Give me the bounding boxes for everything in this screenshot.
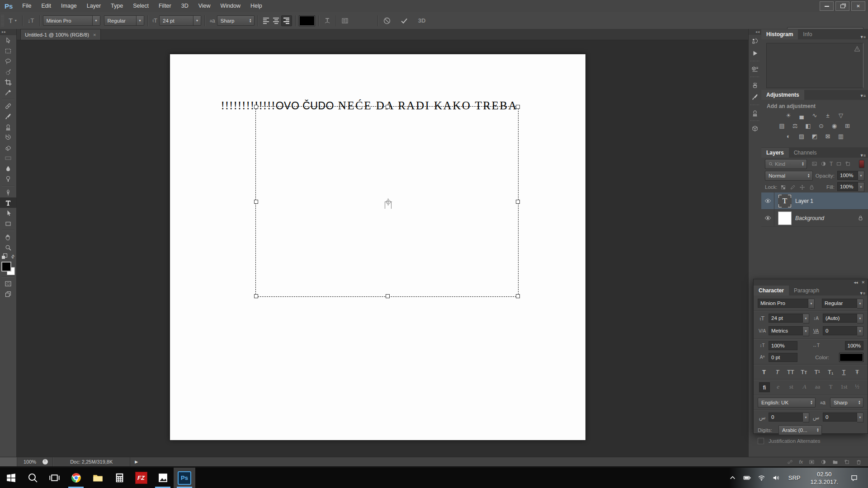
menu-3d[interactable]: 3D — [176, 0, 193, 12]
status-icon[interactable] — [42, 459, 48, 465]
foreground-color-swatch[interactable] — [1, 262, 11, 272]
filezilla[interactable]: FZ — [130, 468, 152, 488]
clock[interactable]: 02.50 12.3.2017. — [807, 470, 842, 486]
lock-all-icon[interactable] — [809, 184, 815, 190]
text-layer-content[interactable]: !!!!!!!!!!!!!OVO ČUDO NEĆE DA RADI KAKO … — [221, 99, 518, 112]
battery-icon[interactable] — [741, 474, 753, 482]
menu-image[interactable]: Image — [56, 0, 82, 12]
filter-smart-objects-icon[interactable] — [845, 161, 851, 167]
text-bounding-box[interactable]: !!!!!!!!!!!!!OVO ČUDO NEĆE DA RADI KAKO … — [255, 106, 519, 297]
strikethrough-button[interactable]: Ŧ — [852, 367, 862, 376]
tab-layers[interactable]: Layers — [761, 148, 789, 158]
opacity-dropdown-icon[interactable]: ▼ — [858, 171, 864, 181]
digits-dropdown[interactable]: Arabic (0...▲▼ — [778, 425, 822, 435]
panel-menu-icon[interactable]: ▼≡ — [860, 92, 868, 98]
menu-help[interactable]: Help — [245, 0, 267, 12]
horizontal-scale-field[interactable]: 100% — [845, 341, 863, 350]
adjustment-gradient-map-icon[interactable]: ▥ — [836, 132, 846, 141]
warp-text-button[interactable] — [322, 17, 333, 24]
vertical-scale-field[interactable]: 100% — [769, 341, 797, 350]
menu-layer[interactable]: Layer — [82, 0, 106, 12]
selection-handle[interactable] — [386, 294, 390, 298]
wifi-icon[interactable] — [756, 474, 768, 482]
faux-italic-button[interactable]: T — [772, 367, 782, 376]
dock-properties[interactable] — [749, 63, 761, 75]
dock-3d[interactable] — [749, 122, 761, 135]
tool-brush-tool[interactable] — [0, 111, 16, 122]
tool-eraser-tool[interactable] — [0, 142, 16, 153]
cancel-edits-button[interactable] — [381, 17, 393, 25]
document-tab[interactable]: Untitled-1 @ 100% (RGB/8) × — [20, 29, 101, 40]
tool-quick-selection-tool[interactable] — [0, 66, 16, 77]
ordinals-button[interactable]: 1st — [839, 382, 849, 391]
photoshop[interactable]: Ps — [174, 468, 195, 488]
superscript-button[interactable]: T¹ — [812, 367, 822, 376]
screen-mode-button[interactable] — [0, 289, 16, 299]
opacity-value[interactable]: 100% — [837, 171, 858, 180]
align-center-button[interactable] — [271, 16, 281, 26]
language-indicator[interactable]: SRP — [784, 474, 805, 481]
tool-hand-tool[interactable] — [0, 232, 16, 242]
fractions-button[interactable]: ½ — [852, 382, 862, 391]
tab-paragraph[interactable]: Paragraph — [789, 286, 824, 296]
toggle-panels-button[interactable] — [340, 17, 350, 24]
panel-menu-icon[interactable]: ▼≡ — [860, 151, 868, 158]
filter-adjustment-layers-icon[interactable] — [821, 161, 826, 167]
tab-channels[interactable]: Channels — [789, 148, 822, 158]
task-view-button[interactable] — [43, 468, 65, 488]
dock-collapse[interactable]: ◂◂ — [749, 29, 761, 35]
fill-dropdown-icon[interactable]: ▼ — [858, 182, 864, 192]
char-font-style-dropdown[interactable]: Regular▼ — [822, 299, 863, 309]
menu-type[interactable]: Type — [106, 0, 128, 12]
panel-menu-icon[interactable]: ▼≡ — [859, 289, 868, 296]
tool-lasso-tool[interactable] — [0, 56, 16, 66]
adjustment-vibrance-icon[interactable]: ▽ — [836, 111, 846, 120]
char-anti-alias-dropdown[interactable]: Sharp▲▼ — [830, 398, 863, 408]
char-tracking-dropdown[interactable]: 0▼ — [823, 326, 863, 336]
link-layers-button[interactable] — [787, 459, 793, 465]
toolbar-collapse[interactable]: ▸▸ — [0, 29, 16, 35]
dock-clone-source[interactable] — [749, 107, 761, 119]
kashida-field-2[interactable]: 0▼ — [823, 413, 863, 422]
chrome[interactable] — [65, 468, 87, 488]
layer-visibility-toggle[interactable] — [761, 192, 774, 209]
adjustment-levels-icon[interactable]: ▄ — [797, 111, 807, 120]
canvas[interactable]: !!!!!!!!!!!!!OVO ČUDO NEĆE DA RADI KAKO … — [170, 54, 586, 441]
discretionary-ligatures-button[interactable]: st — [786, 382, 796, 391]
stylistic-alternates-button[interactable]: aa — [813, 382, 823, 391]
photos-app[interactable] — [152, 468, 174, 488]
layer-thumbnail[interactable] — [778, 211, 792, 225]
menu-edit[interactable]: Edit — [37, 0, 57, 12]
kashida-field-1[interactable]: 0▼ — [769, 413, 809, 422]
collapse-panel-icon[interactable]: ◂◂ — [854, 280, 858, 285]
adjustment-exposure-icon[interactable]: ± — [823, 111, 833, 120]
new-layer-button[interactable] — [844, 459, 850, 465]
align-right-button[interactable] — [281, 15, 292, 26]
char-size-dropdown[interactable]: 24 pt▼ — [769, 314, 809, 324]
filter-pixel-layers-icon[interactable] — [811, 161, 817, 167]
tab-character[interactable]: Character — [754, 286, 789, 296]
text-color-swatch[interactable] — [299, 15, 315, 26]
swash-button[interactable]: A — [799, 382, 809, 391]
char-color-swatch[interactable] — [839, 353, 863, 362]
tool-gradient-tool[interactable] — [0, 153, 16, 163]
layer-filter-toggle[interactable] — [859, 160, 864, 168]
swap-colors-icon[interactable]: ⇄ — [9, 253, 16, 259]
adjustment-threshold-icon[interactable]: ◩ — [810, 132, 820, 141]
tool-type-tool[interactable] — [0, 197, 16, 208]
lock-position-icon[interactable] — [799, 184, 805, 190]
close-document-icon[interactable]: × — [93, 32, 96, 38]
layer-filter-kind-dropdown[interactable]: Kind▲▼ — [765, 159, 807, 169]
action-center-icon[interactable] — [844, 474, 864, 482]
text-orientation-button[interactable]: ↓T — [26, 17, 36, 24]
filter-shape-layers-icon[interactable] — [836, 161, 842, 167]
adjustment-color-balance-icon[interactable]: ⚖ — [790, 122, 800, 130]
standard-ligatures-button[interactable]: fi — [759, 382, 770, 392]
close-button[interactable]: ✕ — [851, 1, 865, 11]
menu-select[interactable]: Select — [128, 0, 154, 12]
dock-brush-presets[interactable] — [749, 79, 761, 91]
tool-move-tool[interactable] — [0, 35, 16, 46]
default-colors-icon[interactable] — [2, 253, 7, 259]
adjustment-curves-icon[interactable]: ∿ — [810, 111, 820, 120]
selection-handle[interactable] — [516, 105, 520, 109]
